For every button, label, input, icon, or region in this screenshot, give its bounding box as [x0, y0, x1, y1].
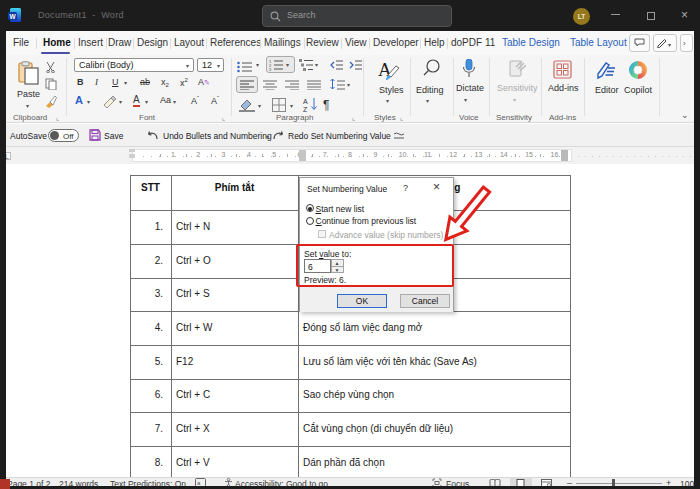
svg-text:A: A [303, 98, 308, 105]
svg-text:3: 3 [269, 67, 272, 71]
svg-text:Z: Z [303, 106, 308, 112]
svg-text:W: W [9, 13, 16, 20]
